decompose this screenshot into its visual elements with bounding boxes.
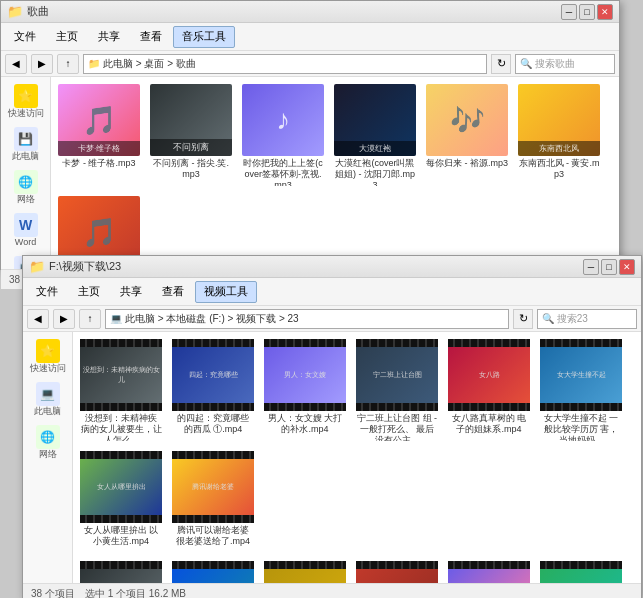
video-thumb: 实现复大学老师: [172, 561, 254, 583]
up-button-top[interactable]: ↑: [57, 54, 79, 74]
bottom-status-bar: 38 个项目 选中 1 个项目 16.2 MB: [23, 583, 641, 598]
top-sidebar: ⭐ 快速访问 💾 此电脑 🌐 网络 W Word 💻 此电脑: [1, 77, 51, 269]
list-item[interactable]: 🎶 每你归来 - 裕源.mp3: [423, 81, 511, 189]
video-thumb: 男人：女文嫂: [264, 339, 346, 411]
sidebar-quick-access-bottom[interactable]: ⭐ 快速访问: [25, 336, 70, 377]
list-item[interactable]: 女大学生撞不起 女大学生撞不起 一般比较学历厉 害，当地妈妈...: [537, 336, 625, 444]
search-box-top[interactable]: 🔍 搜索歌曲: [515, 54, 615, 74]
sidebar-network-bottom[interactable]: 🌐 网络: [25, 422, 70, 463]
quick-access-label-bottom: 快速访问: [30, 364, 66, 374]
network-label-bottom: 网络: [39, 450, 57, 460]
file-name: 不问别离 - 指尖.笑.mp3: [150, 158, 232, 180]
list-item[interactable]: 大漠红袍 大漠红袍(cover叫黑姐姐) - 沈阳刀郎.mp3: [331, 81, 419, 189]
list-item[interactable]: 宁二班上让台图 宁二班上让台图 组 - 一般打死么、 最后没有公主...: [353, 336, 441, 444]
list-item[interactable]: 腾讯谢给老婆 腾讯可以谢给老婆 很老婆送给了.mp4: [169, 448, 257, 550]
top-content-area: ⭐ 快速访问 💾 此电脑 🌐 网络 W Word 💻 此电脑: [1, 77, 619, 269]
close-button[interactable]: ✕: [597, 4, 613, 20]
bottom-row-1: 没想到：未精神疾病的女儿 没想到：未精神疾 病的女儿被要生，让人怎么... 四起…: [77, 336, 637, 550]
sidebar-word[interactable]: W Word: [3, 210, 48, 251]
sidebar-network[interactable]: 🌐 网络: [3, 167, 48, 208]
list-item[interactable]: 小三身份全场 小三身份全场 总，借银电视中寺 口，书香问底...: [353, 558, 441, 583]
file-name: 宁二班上让台图 组 - 一般打死么、 最后没有公主...: [356, 413, 438, 441]
forward-button-bottom[interactable]: ▶: [53, 309, 75, 329]
computer-label: 此电脑: [12, 152, 39, 162]
tab-file-top[interactable]: 文件: [5, 26, 45, 48]
bottom-menu-bar: 文件 主页 共享 查看 视频工具: [23, 278, 641, 306]
network-icon: 🌐: [14, 170, 38, 194]
close-button-bottom[interactable]: ✕: [619, 259, 635, 275]
music-thumb: 🎵 卡梦·维子格: [58, 84, 140, 156]
refresh-button-top[interactable]: ↻: [491, 54, 511, 74]
video-thumb: 女大学生撞不起: [540, 339, 622, 411]
maximize-button[interactable]: □: [579, 4, 595, 20]
video-thumb: 小三身份全场: [356, 561, 438, 583]
file-name: 卡梦 - 维子格.mp3: [58, 158, 140, 169]
computer-label-bottom: 此电脑: [34, 407, 61, 417]
list-item[interactable]: 以爱为素 以爱为素：书意 结婚道能？他的 抬，送你大发现...: [537, 558, 625, 583]
back-button-top[interactable]: ◀: [5, 54, 27, 74]
network-icon-bottom: 🌐: [36, 425, 60, 449]
bottom-select-status: 选中 1 个项目 16.2 MB: [85, 587, 186, 599]
bottom-item-count: 38 个项目: [31, 587, 75, 599]
tab-music-tools[interactable]: 音乐工具: [173, 26, 235, 48]
tab-video-tools[interactable]: 视频工具: [195, 281, 257, 303]
back-button-bottom[interactable]: ◀: [27, 309, 49, 329]
list-item[interactable]: 女八路 女八路真草树的 电子的姐妹系.mp4: [445, 336, 533, 444]
file-name: 时你把我的上上签(cover签慕怀刺-烹视.mp3: [242, 158, 324, 186]
music-thumb: 大漠红袍: [334, 84, 416, 156]
top-menu-bar: 文件 主页 共享 查看 音乐工具: [1, 23, 619, 51]
bottom-row-2: 历史努力打拼 如果历史是一群 努力打拼.mp4 实现复大学老师 实现复大学老师 …: [77, 558, 637, 583]
list-item[interactable]: 没想到：未精神疾病的女儿 没想到：未精神疾 病的女儿被要生，让人怎么...: [77, 336, 165, 444]
file-name: 男人：女文嫂 大打的补水.mp4: [264, 413, 346, 435]
list-item[interactable]: 历史努力打拼 如果历史是一群 努力打拼.mp4: [77, 558, 165, 583]
list-item[interactable]: 男人：女文嫂 男人：女文嫂 大打的补水.mp4: [261, 336, 349, 444]
list-item[interactable]: 女人从哪里拚出 女人从哪里拚出 以小黄生活.mp4: [77, 448, 165, 550]
tab-view-top[interactable]: 查看: [131, 26, 171, 48]
bottom-title-bar: 📁 F:\视频下载\23 ─ □ ✕: [23, 256, 641, 278]
tab-home-bottom[interactable]: 主页: [69, 281, 109, 303]
list-item[interactable]: 四起：究竟哪些 的四起：究竟哪些 的西瓜 ①.mp4: [169, 336, 257, 444]
list-item[interactable]: 🎵 卡梦·维子格 卡梦 - 维子格.mp3: [55, 81, 143, 189]
address-field-bottom[interactable]: 💻 此电脑 > 本地磁盘 (F:) > 视频下载 > 23: [105, 309, 509, 329]
tab-share-top[interactable]: 共享: [89, 26, 129, 48]
tab-file-bottom[interactable]: 文件: [27, 281, 67, 303]
search-box-bottom[interactable]: 🔍 搜索23: [537, 309, 637, 329]
video-thumb: 历史努力打拼: [80, 561, 162, 583]
maximize-button-bottom[interactable]: □: [601, 259, 617, 275]
video-thumb: 以爱为素: [540, 561, 622, 583]
music-thumb: ♪: [242, 84, 324, 156]
list-item[interactable]: 不问别离 不问别离 - 指尖.笑.mp3: [147, 81, 235, 189]
video-thumb: 腾讯谢给老婆: [172, 451, 254, 523]
up-button-bottom[interactable]: ↑: [79, 309, 101, 329]
file-name: 没想到：未精神疾 病的女儿被要生，让人怎么...: [80, 413, 162, 441]
top-row-1: 🎵 卡梦·维子格 卡梦 - 维子格.mp3 不问别离 不问别离 - 指尖.笑.m…: [55, 81, 615, 269]
refresh-button-bottom[interactable]: ↻: [513, 309, 533, 329]
tab-home-top[interactable]: 主页: [47, 26, 87, 48]
bottom-sidebar: ⭐ 快速访问 💻 此电脑 🌐 网络: [23, 332, 73, 583]
file-name: 女八路真草树的 电子的姐妹系.mp4: [448, 413, 530, 435]
list-item[interactable]: 跑出记：走大 跑出记：走大城 市里在北里了 设。真不可思...: [445, 558, 533, 583]
minimize-button-bottom[interactable]: ─: [583, 259, 599, 275]
list-item[interactable]: 实现复大学老师 实现复大学老师 的分布器、情 短片等女主角最 最喜欢一位...: [169, 558, 257, 583]
music-thumb: 东南西北风: [518, 84, 600, 156]
bottom-window-title: F:\视频下载\23: [49, 259, 583, 274]
minimize-button[interactable]: ─: [561, 4, 577, 20]
address-icon-bottom: 💻: [110, 313, 122, 324]
list-item[interactable]: 插衣小英雄 插衣小英雄：飞 对对关联图 效果太棒的.mp4: [261, 558, 349, 583]
bottom-content-area: ⭐ 快速访问 💻 此电脑 🌐 网络 没想到：未精神疾病的女儿: [23, 332, 641, 583]
list-item[interactable]: 东南西北风 东南西北风 - 黄安.mp3: [515, 81, 603, 189]
network-label: 网络: [17, 195, 35, 205]
forward-button-top[interactable]: ▶: [31, 54, 53, 74]
address-field-top[interactable]: 📁 此电脑 > 桌面 > 歌曲: [83, 54, 487, 74]
address-text-top: 此电脑 > 桌面 > 歌曲: [103, 57, 196, 71]
sidebar-quick-access[interactable]: ⭐ 快速访问: [3, 81, 48, 122]
video-thumb: 四起：究竟哪些: [172, 339, 254, 411]
sidebar-computer-bottom[interactable]: 💻 此电脑: [25, 379, 70, 420]
sidebar-computer[interactable]: 💾 此电脑: [3, 124, 48, 165]
computer-icon: 💾: [14, 127, 38, 151]
tab-share-bottom[interactable]: 共享: [111, 281, 151, 303]
top-title-bar: 📁 歌曲 ─ □ ✕: [1, 1, 619, 23]
tab-view-bottom[interactable]: 查看: [153, 281, 193, 303]
top-file-grid: 🎵 卡梦·维子格 卡梦 - 维子格.mp3 不问别离 不问别离 - 指尖.笑.m…: [51, 77, 619, 269]
list-item[interactable]: ♪ 时你把我的上上签(cover签慕怀刺-烹视.mp3: [239, 81, 327, 189]
